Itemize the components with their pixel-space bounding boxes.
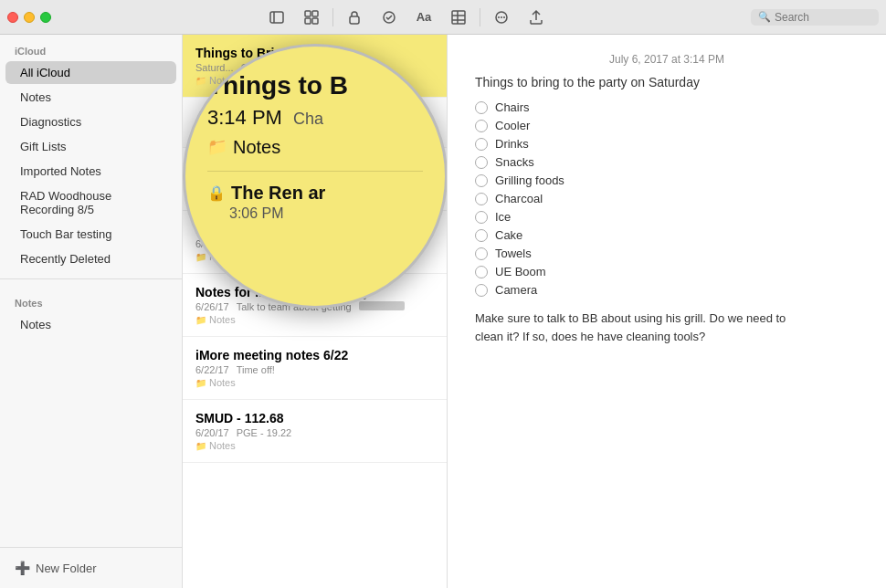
checkbox[interactable] bbox=[475, 247, 488, 260]
checkbox[interactable] bbox=[475, 120, 488, 132]
note-folder-label: Notes bbox=[209, 440, 236, 451]
sidebar-item-all-icloud[interactable]: All iCloud bbox=[5, 61, 176, 84]
note-preview-text: Talk to team about getting bbox=[237, 301, 352, 312]
note-date: 6/22/17 bbox=[195, 364, 229, 375]
sidebar-item-notes-sub[interactable]: Notes bbox=[5, 313, 176, 336]
checkbox[interactable] bbox=[475, 284, 488, 297]
toolbar-separator-1 bbox=[332, 8, 333, 26]
note-title: Notes for iMore site meeting bbox=[195, 285, 434, 299]
note-list[interactable]: Things to Bring Saturd... Cha... 📁 Notes… bbox=[183, 35, 448, 588]
note-folder: 📁 Notes bbox=[195, 440, 434, 451]
note-date: Thursday bbox=[195, 175, 237, 186]
note-folder: 📁 Notes bbox=[195, 314, 434, 325]
sidebar-item-imported-notes[interactable]: Imported Notes bbox=[5, 160, 176, 183]
checkbox[interactable] bbox=[475, 101, 488, 114]
checklist-button[interactable] bbox=[373, 5, 406, 29]
search-bar[interactable]: 🔍 bbox=[751, 9, 879, 26]
sidebar-item-notes[interactable]: Notes bbox=[5, 86, 176, 109]
checkbox[interactable] bbox=[475, 138, 488, 151]
traffic-lights bbox=[7, 12, 51, 23]
toolbar: Aa bbox=[62, 5, 751, 29]
note-date: 6/20/17 bbox=[195, 427, 229, 438]
note-folder: 📁 Notes bbox=[195, 377, 434, 388]
checkbox[interactable] bbox=[475, 266, 488, 278]
checklist-item: Chairs bbox=[475, 100, 859, 114]
sidebar: iCloud All iCloud Notes Diagnostics Gift… bbox=[0, 35, 183, 588]
more-button[interactable] bbox=[485, 5, 518, 29]
svg-rect-6 bbox=[350, 16, 359, 24]
sidebar-item-rad-woodhouse[interactable]: RAD Woodhouse Recording 8/5 bbox=[5, 184, 176, 221]
note-title: The Ren ar... bbox=[213, 109, 289, 123]
table-button[interactable] bbox=[442, 5, 475, 29]
folder-icon: 📁 bbox=[195, 315, 206, 325]
note-item-imore-site[interactable]: Notes for iMore site meeting 6/26/17 Tal… bbox=[183, 274, 447, 337]
note-preview-text: Time off! bbox=[237, 364, 275, 375]
note-folder-label: Notes bbox=[209, 251, 236, 262]
checklist-item-label: Ice bbox=[495, 210, 511, 224]
sidebar-item-gift-lists[interactable]: Gift Lists bbox=[5, 135, 176, 158]
folder-icon: 📁 bbox=[195, 189, 206, 199]
note-title: I am testing the drag of using 2 matte bbox=[195, 222, 434, 236]
note-meta: 6/26/17 Handwritten note bbox=[195, 238, 434, 249]
checkbox[interactable] bbox=[475, 229, 488, 242]
note-folder: 📁 Notes bbox=[195, 251, 434, 262]
note-item-imore-622[interactable]: iMore meeting notes 6/22 6/22/17 Time of… bbox=[183, 337, 447, 400]
checklist-item-label: Chairs bbox=[495, 100, 530, 114]
note-title: Things to Bring bbox=[195, 46, 434, 60]
share-button[interactable] bbox=[520, 5, 553, 29]
checklist: Chairs Cooler Drinks Snacks Grilling foo… bbox=[475, 100, 859, 297]
toolbar-separator-2 bbox=[480, 8, 480, 26]
checklist-item-label: UE Boom bbox=[495, 265, 546, 278]
font-button[interactable]: Aa bbox=[407, 5, 440, 29]
checklist-item-label: Camera bbox=[495, 283, 537, 297]
checklist-item: Ice bbox=[475, 210, 859, 224]
sidebar-item-diagnostics[interactable]: Diagnostics bbox=[5, 110, 176, 133]
note-folder-label: Notes bbox=[209, 314, 236, 325]
note-date: Saturd... bbox=[195, 62, 234, 73]
note-item-smud[interactable]: SMUD - 112.68 6/20/17 PGE - 19.22 📁 Note… bbox=[183, 400, 447, 463]
close-button[interactable] bbox=[7, 12, 18, 23]
checkbox[interactable] bbox=[475, 174, 488, 187]
note-title: iMore meeting notes for 6/29/17 bbox=[195, 159, 434, 173]
note-item-the-ren[interactable]: 🔒 The Ren ar... 3:06 PM apt... bbox=[183, 98, 447, 148]
search-input[interactable] bbox=[775, 11, 871, 24]
note-item-drag-test[interactable]: I am testing the drag of using 2 matte 6… bbox=[183, 211, 447, 274]
note-title: SMUD - 112.68 bbox=[195, 411, 434, 425]
note-item-imore-629[interactable]: iMore meeting notes for 6/29/17 Thursday… bbox=[183, 148, 447, 211]
maximize-button[interactable] bbox=[40, 12, 51, 23]
search-icon: 🔍 bbox=[758, 11, 771, 23]
sidebar-item-recently-deleted[interactable]: Recently Deleted bbox=[5, 247, 176, 270]
folder-icon: 📁 bbox=[195, 76, 206, 86]
minimize-button[interactable] bbox=[24, 12, 35, 23]
note-date: 3:06 PM bbox=[195, 125, 233, 136]
detail-note-text: Make sure to talk to BB about using his … bbox=[475, 310, 859, 345]
checkbox[interactable] bbox=[475, 156, 488, 169]
title-bar: Aa 🔍 bbox=[0, 0, 886, 35]
lock-button[interactable] bbox=[338, 5, 371, 29]
note-preview-text: PGE - 19.22 bbox=[237, 427, 292, 438]
sidebar-divider bbox=[0, 278, 182, 279]
note-meta: Thursday Shortest meeting ever! bbox=[195, 175, 434, 186]
svg-rect-3 bbox=[312, 11, 318, 16]
sidebar-section-icloud: iCloud bbox=[0, 35, 182, 60]
grid-view-button[interactable] bbox=[295, 5, 328, 29]
note-date: 6/26/17 bbox=[195, 301, 229, 312]
checklist-item: Cooler bbox=[475, 119, 859, 132]
checklist-item: Grilling foods bbox=[475, 173, 859, 187]
note-meta: 6/26/17 Talk to team about getting bbox=[195, 301, 434, 312]
checklist-item-label: Cooler bbox=[495, 119, 530, 132]
checkbox[interactable] bbox=[475, 211, 488, 224]
main-layout: iCloud All iCloud Notes Diagnostics Gift… bbox=[0, 35, 886, 588]
new-folder-button[interactable]: ➕ New Folder bbox=[11, 557, 171, 579]
sidebar-item-touch-bar[interactable]: Touch Bar testing bbox=[5, 223, 176, 246]
note-preview-short: apt... bbox=[240, 125, 262, 136]
note-item-things-to-bring[interactable]: Things to Bring Saturd... Cha... 📁 Notes bbox=[183, 35, 447, 98]
note-meta: 3:06 PM apt... bbox=[195, 125, 434, 136]
svg-rect-8 bbox=[452, 11, 465, 24]
note-meta: 6/22/17 Time off! bbox=[195, 364, 434, 375]
svg-rect-5 bbox=[312, 18, 318, 24]
detail-panel: July 6, 2017 at 3:14 PM Things to bring … bbox=[448, 35, 886, 588]
note-folder-label: Notes bbox=[209, 188, 236, 199]
checkbox[interactable] bbox=[475, 193, 488, 205]
sidebar-toggle-button[interactable] bbox=[260, 5, 293, 29]
